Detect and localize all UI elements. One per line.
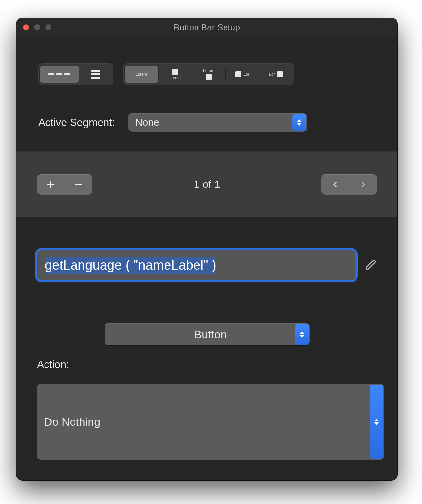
minus-icon [74,180,83,189]
label-style-icon-above-label[interactable]: Lorem [158,66,192,83]
segment-type-value: Button [112,328,310,341]
button-bar-setup-window: Button Bar Setup [16,18,397,480]
top-config-area: Lorem Lorem Lorem [16,37,397,152]
segment-type-popup[interactable]: Button [105,323,310,345]
titlebar: Button Bar Setup [16,18,397,37]
orientation-segmented-control [38,63,113,85]
previous-segment-button[interactable] [321,174,349,195]
chevron-right-icon [359,180,367,189]
chevron-up-down-icon [292,114,306,131]
next-segment-button[interactable] [349,174,377,195]
segment-counter: 1 of 1 [194,178,220,190]
close-window-button[interactable] [23,24,29,30]
vertical-layout-icon [91,70,100,79]
segment-label-input[interactable]: getLanguage ( "nameLabel" ) [37,250,356,280]
square-icon [235,71,241,77]
window-traffic-lights [23,24,51,30]
action-label: Action: [37,358,377,371]
segment-navigator: 1 of 1 [16,152,397,217]
pencil-icon[interactable] [365,259,377,271]
active-segment-popup[interactable]: None [128,113,307,132]
square-icon [172,69,178,75]
add-segment-button[interactable] [37,174,65,195]
square-icon [277,71,283,77]
segment-label-value: getLanguage ( "nameLabel" ) [45,257,216,274]
orientation-horizontal[interactable] [40,66,79,83]
add-remove-segment-control [37,174,92,195]
minimize-window-button[interactable] [34,24,40,30]
active-segment-value: None [136,117,159,128]
bottom-config-area: Button Action: Do Nothing [16,310,397,480]
horizontal-layout-icon [48,73,70,75]
label-style-label-then-icon[interactable]: Lor [259,66,293,83]
label-style-label-only[interactable]: Lorem [125,66,158,83]
active-segment-label: Active Segment: [38,117,115,129]
type-row: Button [37,323,377,345]
chevron-up-down-icon [295,324,309,345]
plus-icon [46,180,56,189]
chevron-left-icon [332,180,339,189]
label-editor-row: getLanguage ( "nameLabel" ) [16,217,397,310]
zoom-window-button[interactable] [45,24,51,30]
style-segment-row: Lorem Lorem Lorem [38,63,377,85]
chevron-up-down-icon [370,385,383,459]
window-title: Button Bar Setup [16,22,397,33]
label-style-icon-then-label[interactable]: Lor [226,66,259,83]
active-segment-row: Active Segment: None [38,113,377,132]
prev-next-segment-control [321,174,377,195]
orientation-vertical[interactable] [79,66,112,83]
label-only-icon: Lorem [136,72,147,76]
action-popup[interactable]: Do Nothing [37,384,384,460]
remove-segment-button[interactable] [65,174,92,195]
action-value: Do Nothing [44,416,100,428]
square-icon [206,74,212,80]
label-style-segmented-control: Lorem Lorem Lorem [123,63,294,85]
label-style-label-above-icon[interactable]: Lorem [192,66,226,83]
